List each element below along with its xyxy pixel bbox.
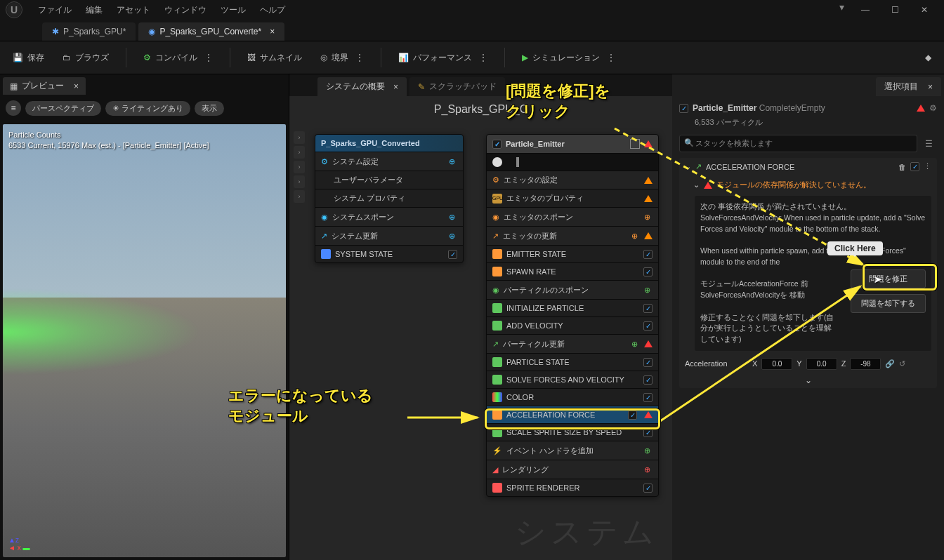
checkbox[interactable] [643,321,653,331]
dropdown-icon[interactable]: ▾ [839,1,844,18]
x-input[interactable] [761,358,792,370]
row-emitter-spawn[interactable]: ◉エミッタのスポーン⊕ [487,207,658,226]
overview-graph[interactable]: P_Sparks_GPU_C システム › › › › › P_Sparks_G… [289,96,672,560]
row-acceleration-force[interactable]: ACCELERATION FORCE [487,406,658,423]
row-sprite-renderer[interactable]: SPRITE RENDERER [487,479,658,496]
checkbox[interactable] [643,358,653,367]
viewport-menu-icon[interactable]: ≡ [6,100,21,116]
search-input[interactable]: 🔍スタックを検索します [679,135,917,152]
menu-window[interactable]: ウィンドウ [157,1,214,19]
row-event-handler[interactable]: ⚡イベント ハンドラを追加⊕ [487,441,658,460]
menu-asset[interactable]: アセット [110,1,157,19]
link-icon[interactable]: 🔗 [885,359,895,368]
close-icon[interactable]: × [270,27,275,36]
system-node-header[interactable]: P_Sparks_GPU_Converted [315,135,463,152]
add-icon[interactable]: ⊕ [641,464,653,475]
row-particle-spawn[interactable]: ◉パーティクルのスポーン⊕ [487,280,658,299]
menu-help[interactable]: ヘルプ [253,1,292,19]
reset-icon[interactable]: ↺ [899,359,905,368]
checkbox[interactable] [492,140,501,149]
emitter-node[interactable]: Particle_Emitter ⚙エミッタの設定 GPUエミッタのプロパティ … [486,134,659,497]
checkbox[interactable] [679,104,688,113]
z-input[interactable] [850,358,881,370]
row-solve-forces[interactable]: SOLVE FORCES AND VELOCITY [487,371,658,388]
window-minimize[interactable]: — [851,1,879,18]
checkbox[interactable] [643,375,653,385]
row-system-update[interactable]: ↗システム更新⊕ [315,226,463,245]
row-particle-state[interactable]: PARTICLE STATE [487,353,658,371]
row-system-settings[interactable]: ⚙システム設定⊕ [315,152,463,171]
checkbox[interactable] [910,162,919,171]
close-icon[interactable]: × [928,82,933,92]
filter-icon[interactable]: ☰ [920,135,937,152]
checkbox[interactable] [643,428,653,437]
selection-tab[interactable]: 選択項目× [876,77,941,96]
row-emitter-settings[interactable]: ⚙エミッタの設定 [487,171,658,189]
menu-file[interactable]: ファイル [31,1,79,19]
row-initialize-particle[interactable]: INITIALIZE PARTICLE [487,299,658,316]
system-node[interactable]: P_Sparks_GPU_Converted ⚙システム設定⊕ ユーザーパラメー… [315,134,464,263]
window-close[interactable]: ✕ [910,1,938,18]
row-add-velocity[interactable]: ADD VELOCITY [487,316,658,334]
dependency-warning-header[interactable]: ⌄ モジュールの依存関係が解決していません。 [679,175,937,194]
compile-button[interactable]: ⚙コンパイル⋮ [136,48,220,68]
row-spawn-rate[interactable]: SPAWN RATE [487,262,658,280]
checkbox[interactable] [628,411,637,420]
lighting-toggle[interactable]: ☀ ライティングあり [105,101,190,116]
checkbox[interactable] [643,304,653,313]
add-icon[interactable]: ⊕ [629,230,640,241]
add-icon[interactable]: ⊕ [446,230,457,241]
viewport[interactable]: Particle Counts 6533 Current, 15976 Max … [3,124,286,557]
row-emitter-update[interactable]: ↗エミッタの更新⊕ [487,226,658,245]
add-icon[interactable]: ⊕ [446,211,457,222]
doc-tab-1[interactable]: ✱ P_Sparks_GPU* [42,22,136,41]
y-input[interactable] [806,358,837,370]
row-system-props[interactable]: システム プロパティ [315,189,463,207]
show-toggle[interactable]: 表示 [195,101,224,116]
dismiss-issue-button[interactable]: 問題を却下する [851,294,926,313]
bounds-button[interactable]: ◎境界⋮ [313,48,371,68]
row-system-spawn[interactable]: ◉システムスポーン⊕ [315,207,463,226]
chevron-down-icon[interactable]: ⋮ [204,53,213,62]
menu-tool[interactable]: ツール [214,1,253,19]
fix-issue-button[interactable]: 問題を修正 [851,269,926,288]
checkbox[interactable] [643,267,653,276]
simulation-button[interactable]: ▶シミュレーション⋮ [515,48,622,68]
chevron-down-icon[interactable]: ⌄ [693,180,700,189]
overview-tab[interactable]: システムの概要× [317,77,407,96]
save-button[interactable]: 💾保存 [6,48,51,68]
row-scale-sprite[interactable]: SCALE SPRITE SIZE BY SPEED [487,423,658,441]
perspective-toggle[interactable]: パースペクティブ [25,101,101,116]
row-user-params[interactable]: ユーザーパラメータ [315,171,463,189]
collapse-toggle[interactable]: › [294,146,305,159]
doc-tab-2[interactable]: ◉ P_Sparks_GPU_Converte* × [138,22,284,41]
browse-button[interactable]: 🗀ブラウズ [55,48,116,68]
performance-button[interactable]: 📊パフォーマンス⋮ [391,48,494,68]
add-icon[interactable]: ⊕ [641,211,653,222]
checkbox[interactable] [643,250,653,259]
chevron-down-icon[interactable]: ⋮ [355,53,364,62]
collapse-toggle[interactable]: › [294,175,305,188]
row-emitter-props[interactable]: GPUエミッタのプロパティ [487,189,658,207]
close-icon[interactable]: × [74,81,79,91]
scratchpad-tab[interactable]: ✎スクラッチパッド [409,77,505,96]
chevron-down-icon[interactable]: ⋮ [607,53,615,62]
add-icon[interactable]: ⊕ [629,338,640,349]
gear-icon[interactable]: ⚙ [929,103,937,113]
graph-mode-icon[interactable]: ◆ [918,48,938,67]
collapse-toggle[interactable]: › [294,161,305,173]
thumbnail-button[interactable]: 🖼サムネイル [240,48,309,68]
preview-tab[interactable]: ▦プレビュー× [3,77,86,95]
menu-edit[interactable]: 編集 [79,1,110,19]
emitter-thumbnail[interactable] [487,153,658,171]
stack-section-header[interactable]: ⌄ ↗ ACCELERATION FORCE 🗑 ⋮ [679,158,937,175]
row-emitter-state[interactable]: EMITTER STATE [487,245,658,262]
row-rendering[interactable]: ◢レンダリング⊕ [487,460,658,479]
checkbox[interactable] [643,484,653,493]
window-maximize[interactable]: ☐ [881,1,909,18]
row-color[interactable]: COLOR [487,388,658,406]
chevron-down-icon[interactable]: ⋮ [479,53,487,62]
row-particle-update[interactable]: ↗パーティクル更新⊕ [487,334,658,353]
expand-icon[interactable]: ⌄ [679,373,937,388]
add-icon[interactable]: ⊕ [446,156,457,167]
